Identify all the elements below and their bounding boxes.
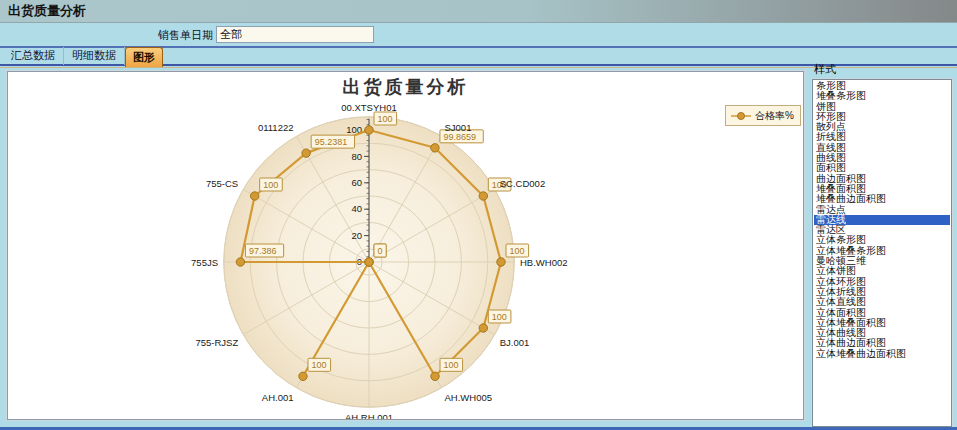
svg-text:95.2381: 95.2381 (315, 137, 348, 147)
svg-text:0111222: 0111222 (258, 122, 294, 133)
tab-summary-data[interactable]: 汇总数据 (3, 47, 64, 65)
svg-text:AH.RH.001: AH.RH.001 (345, 412, 393, 419)
content-area: 出货质量分析 合格率% 02040608010010099.8659100100… (0, 67, 957, 428)
svg-text:BJ.001: BJ.001 (500, 337, 530, 348)
sale-date-label: 销售单日期 (120, 28, 213, 43)
svg-text:755-RJSZ: 755-RJSZ (195, 337, 238, 348)
svg-text:100: 100 (263, 180, 278, 190)
svg-text:40: 40 (351, 203, 362, 214)
window-title-bar: 出货质量分析 (0, 0, 957, 23)
chart-panel: 出货质量分析 合格率% 02040608010010099.8659100100… (7, 71, 804, 420)
legend-line-marker (730, 111, 752, 121)
chart-legend: 合格率% (725, 105, 801, 126)
svg-text:SJ001: SJ001 (445, 122, 472, 133)
legend-label: 合格率% (755, 109, 794, 123)
filter-bar: 销售单日期 (0, 23, 957, 48)
tab-detail-data[interactable]: 明细数据 (64, 47, 125, 65)
svg-text:100: 100 (510, 246, 525, 256)
svg-text:100: 100 (378, 114, 393, 124)
svg-text:AH.001: AH.001 (262, 392, 294, 403)
svg-text:99.8659: 99.8659 (443, 132, 476, 142)
style-list-item[interactable]: 立体直线图 (814, 297, 950, 307)
svg-text:755JS: 755JS (191, 257, 218, 268)
chart-style-list[interactable]: 条形图堆叠条形图饼图环形图散列点折线图直线图曲线图面积图曲边面积图堆叠面积图堆叠… (812, 79, 952, 427)
tab-chart[interactable]: 图形 (125, 47, 163, 68)
svg-text:AH.WH005: AH.WH005 (445, 392, 493, 403)
svg-text:00.XTSYH01: 00.XTSYH01 (341, 102, 396, 113)
page-title: 出货质量分析 (0, 0, 86, 22)
style-panel-title: 样式 (814, 62, 953, 77)
svg-text:755-CS: 755-CS (206, 178, 238, 189)
svg-text:0: 0 (378, 246, 383, 256)
svg-text:60: 60 (351, 177, 362, 188)
chart-title: 出货质量分析 (8, 75, 803, 99)
svg-text:80: 80 (351, 151, 362, 162)
svg-text:20: 20 (351, 230, 362, 241)
svg-text:HB.WH002: HB.WH002 (520, 257, 568, 268)
style-list-item[interactable]: 立体堆叠曲边面积图 (814, 349, 950, 359)
sale-date-input[interactable] (216, 26, 374, 43)
svg-text:100: 100 (444, 360, 459, 370)
style-panel: 样式 条形图堆叠条形图饼图环形图散列点折线图直线图曲线图面积图曲边面积图堆叠面积… (812, 62, 953, 427)
svg-text:100: 100 (492, 312, 507, 322)
svg-text:SC.CD002: SC.CD002 (500, 178, 545, 189)
radar-chart: 02040608010010099.8659100100100100010009… (8, 72, 803, 419)
svg-text:97.386: 97.386 (249, 246, 277, 256)
svg-text:100: 100 (312, 360, 327, 370)
